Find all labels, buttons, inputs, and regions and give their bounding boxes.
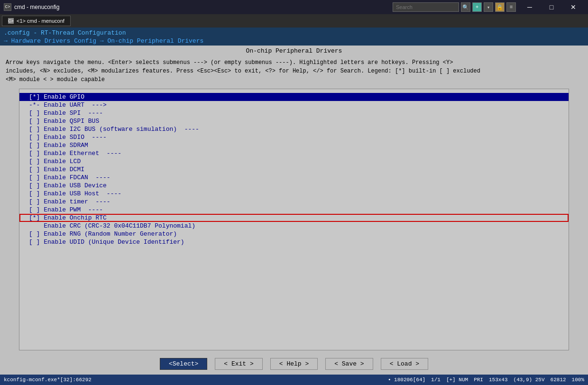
help-button[interactable]: < Help > (270, 358, 318, 370)
status-left: kconfig-mconf.exe*[32]:66292 (4, 377, 388, 383)
list-item[interactable]: [ ] Enable Ethernet ---- (19, 149, 569, 157)
list-item[interactable]: [ ] Enable USB Host ---- (19, 190, 569, 198)
menu-btn[interactable]: ≡ (506, 2, 516, 12)
exit-button[interactable]: < Exit > (215, 358, 262, 370)
search-input[interactable] (393, 2, 459, 12)
maximize-btn[interactable]: □ (541, 0, 562, 14)
search-btn[interactable]: 🔍 (461, 2, 470, 12)
new-tab-btn[interactable]: + (472, 2, 482, 12)
menu-items-list: [*] Enable GPIO-*- Enable UART --->[ ] E… (19, 89, 569, 350)
tab-icon: C> (8, 18, 14, 24)
list-item[interactable]: [ ] Enable timer ---- (19, 198, 569, 206)
status-bar: kconfig-mconf.exe*[32]:66292 • 180206[64… (0, 375, 588, 385)
list-item[interactable]: Enable CRC (CRC-32 0x04C11DB7 Polynomial… (19, 222, 569, 230)
list-item[interactable]: [ ] Enable UDID (Unique Device Identifie… (19, 238, 569, 246)
help-line1: Arrow keys navigate the menu. <Enter> se… (6, 59, 453, 66)
status-item-3: PRI (474, 377, 483, 383)
list-item[interactable]: [ ] Enable QSPI BUS (19, 117, 569, 125)
help-text: Arrow keys navigate the menu. <Enter> se… (0, 56, 588, 86)
panel-title: On-chip Peripheral Drivers (0, 46, 588, 56)
toolbar-right: 🔍 + ▾ 🔒 ≡ (393, 2, 516, 12)
close-btn[interactable]: ✕ (562, 0, 584, 14)
status-item-5: (43,9) 25V (514, 377, 545, 383)
status-item-0: • 180206[64] (388, 377, 425, 383)
save-button[interactable]: < Save > (325, 358, 373, 370)
list-item[interactable]: [ ] Enable SDIO ---- (19, 133, 569, 141)
app-icon: C> (4, 3, 11, 11)
list-item[interactable]: [ ] Enable DCMI (19, 165, 569, 174)
dropdown-btn[interactable]: ▾ (484, 2, 493, 12)
list-item[interactable]: [ ] Enable PWM ---- (19, 206, 569, 214)
list-item[interactable]: [ ] Enable SPI ---- (19, 109, 569, 117)
list-item[interactable]: -*- Enable UART ---> (19, 101, 569, 109)
list-item[interactable]: [ ] Enable RNG (Random Number Generator) (19, 230, 569, 238)
window-title: cmd - menuconfig (14, 4, 390, 10)
config-header: .config - RT-Thread Configuration → Hard… (0, 28, 588, 46)
status-item-1: 1/1 (431, 377, 441, 383)
tab-label: <1> cmd - menuconf (17, 18, 64, 24)
status-item-7: 100% (572, 377, 584, 383)
list-item[interactable]: [ ] Enable LCD (19, 157, 569, 165)
help-line2: includes, <N> excludes, <M> modularizes … (6, 68, 480, 74)
main-content: On-chip Peripheral Drivers Arrow keys na… (0, 46, 588, 375)
tab-1[interactable]: C> <1> cmd - menuconf (2, 16, 71, 26)
config-title: .config - RT-Thread Configuration (4, 29, 584, 37)
tab-bar: C> <1> cmd - menuconf (0, 14, 588, 28)
list-item[interactable]: [*] Enable GPIO (19, 93, 569, 101)
title-bar: C> cmd - menuconfig 🔍 + ▾ 🔒 ≡ ─ □ ✕ (0, 0, 588, 14)
breadcrumb: → Hardware Drivers Config → On-chip Peri… (4, 37, 584, 45)
bottom-bar: <Select>< Exit >< Help >< Save >< Load > (0, 353, 588, 375)
status-item-6: 62812 (551, 377, 566, 383)
status-item-2: [+] NUM (446, 377, 468, 383)
status-item-4: 153x43 (489, 377, 508, 383)
menu-box: [*] Enable GPIO-*- Enable UART --->[ ] E… (19, 89, 569, 350)
help-line3: <M> module < > module capable (6, 76, 105, 83)
lock-icon: 🔒 (495, 2, 505, 12)
list-item[interactable]: [ ] Enable I2C BUS (software simulation)… (19, 125, 569, 133)
list-item[interactable]: [ ] Enable FDCAN ---- (19, 174, 569, 182)
list-item[interactable]: [ ] Enable USB Device (19, 182, 569, 190)
minimize-btn[interactable]: ─ (519, 0, 541, 14)
select-button[interactable]: <Select> (160, 358, 207, 370)
load-button[interactable]: < Load > (381, 358, 428, 370)
list-item[interactable]: [*] Enable Onchip RTC (19, 214, 569, 222)
list-item[interactable]: [ ] Enable SDRAM (19, 141, 569, 149)
window-controls: ─ □ ✕ (519, 0, 584, 14)
status-right: • 180206[64]1/1[+] NUMPRI153x43(43,9) 25… (388, 377, 584, 383)
